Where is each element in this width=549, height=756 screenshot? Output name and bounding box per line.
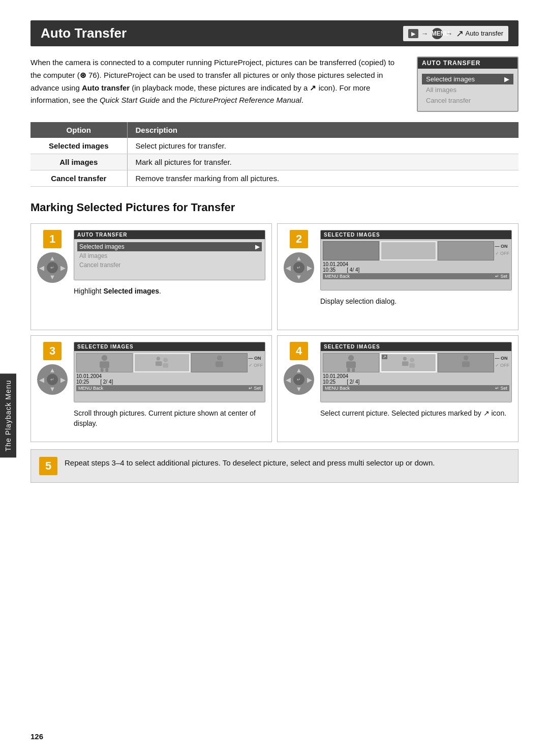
step-4-content: SELECTED IMAGES <box>320 342 512 419</box>
step-3-screen-title: SELECTED IMAGES <box>74 342 265 351</box>
step1-menu-cancel-transfer: Cancel transfer <box>77 260 262 270</box>
step-2-screen-title: SELECTED IMAGES <box>321 230 511 239</box>
step-3-caption: Scroll through pictures. Current picture… <box>74 409 265 428</box>
step-3-cell: 3 ▲ ▼ ◀ ▶ ↵ SELECTED IMAGES <box>30 335 272 442</box>
dpad-up: ▲ <box>49 254 56 262</box>
table-row: Cancel transfer Remove transfer marking … <box>30 170 518 187</box>
intro-section: When the camera is connected to a comput… <box>30 56 518 112</box>
step-1-screen: AUTO TRANSFER Selected images▶ All image… <box>74 230 265 280</box>
svg-rect-19 <box>462 361 470 367</box>
camera-menu-mockup: AUTO TRANSFER Selected images▶ All image… <box>417 56 518 112</box>
step-2-content: SELECTED IMAGES — ON ✓ OFF 10.01.2004 <box>320 230 512 307</box>
step-2-number: 2 <box>290 230 308 248</box>
menu-item-selected-images: Selected images▶ <box>422 74 513 84</box>
dpad-right: ▶ <box>60 376 66 384</box>
dpad-left: ◀ <box>286 264 291 272</box>
arrow1: → <box>421 30 429 38</box>
dpad-left: ◀ <box>286 376 291 384</box>
step-2-cell: 2 ▲ ▼ ◀ ▶ ↵ SELECTED IMAGES <box>277 223 518 330</box>
section-header: Auto Transfer ▶ → MENU → ↗ Auto transfer <box>30 20 518 46</box>
svg-point-10 <box>348 355 354 361</box>
play-icon: ▶ <box>408 29 418 38</box>
step-3-screen-body: — ON ✓ OFF 10.01.2004 10:25 [ 2/ 4] MENU… <box>74 351 265 402</box>
menu-title: AUTO TRANSFER <box>418 57 517 69</box>
step-2-screen-body: — ON ✓ OFF 10.01.2004 10:35 [ 4/ 4] MENU… <box>321 239 511 290</box>
step-1-content: AUTO TRANSFER Selected images▶ All image… <box>74 230 265 297</box>
menu-body: Selected images▶ All images Cancel trans… <box>418 69 517 111</box>
step-2-left: 2 ▲ ▼ ◀ ▶ ↵ <box>284 230 314 283</box>
svg-rect-17 <box>409 363 415 368</box>
intro-text: When the camera is connected to a comput… <box>30 56 402 112</box>
step-5-text: Repeat steps 3–4 to select additional pi… <box>65 457 435 469</box>
step-1-number: 1 <box>43 230 62 248</box>
sidebar-tab: The Playback Menu <box>0 374 16 458</box>
dpad-right: ▶ <box>307 376 312 384</box>
menu-item-all-images: All images <box>422 84 513 95</box>
svg-rect-13 <box>352 368 355 372</box>
arrow2: → <box>446 30 453 38</box>
breadcrumb: ▶ → MENU → ↗ Auto transfer <box>403 26 508 41</box>
svg-rect-11 <box>346 361 356 368</box>
dpad-3: ▲ ▼ ◀ ▶ ↵ <box>37 364 68 395</box>
step-4-screen: SELECTED IMAGES <box>320 342 512 402</box>
svg-point-14 <box>403 357 407 360</box>
dpad-center: ↵ <box>293 374 304 385</box>
steps-grid: 1 ▲ ▼ ◀ ▶ ↵ AUTO TRANSFER Sel <box>30 223 518 442</box>
transfer-icon: ↗ <box>456 28 464 39</box>
svg-rect-1 <box>100 361 109 368</box>
dpad-center: ↵ <box>293 262 304 273</box>
table-row: All images Mark all pictures for transfe… <box>30 154 518 170</box>
svg-point-0 <box>102 355 107 361</box>
step-4-left: 4 ▲ ▼ ◀ ▶ ↵ <box>284 342 314 395</box>
dpad-center: ↵ <box>47 262 58 273</box>
dpad-down: ▼ <box>296 385 302 393</box>
svg-point-8 <box>217 356 222 360</box>
dpad-center: ↵ <box>47 374 58 385</box>
page-title: Auto Transfer <box>41 25 127 41</box>
step-4-cell: 4 ▲ ▼ ◀ ▶ ↵ SELECTED IMAGES <box>277 335 518 442</box>
dpad-1: ▲ ▼ ◀ ▶ ↵ <box>37 252 68 283</box>
table-row: Selected images Select pictures for tran… <box>30 138 518 154</box>
option-cancel-transfer: Cancel transfer <box>30 170 127 187</box>
table-header-description: Description <box>127 122 518 138</box>
page: The Playback Menu Auto Transfer ▶ → MENU… <box>0 0 549 756</box>
option-selected-images: Selected images <box>30 138 127 154</box>
dpad-down: ▼ <box>49 273 56 281</box>
step-5-number: 5 <box>39 457 57 475</box>
step-3-number: 3 <box>43 342 62 360</box>
desc-selected-images: Select pictures for transfer. <box>127 138 518 154</box>
step-2-screen: SELECTED IMAGES — ON ✓ OFF 10.01.2004 <box>320 230 512 290</box>
step-1-cell: 1 ▲ ▼ ◀ ▶ ↵ AUTO TRANSFER Sel <box>30 223 272 330</box>
dpad-4: ▲ ▼ ◀ ▶ ↵ <box>284 364 314 395</box>
step-1-left: 1 ▲ ▼ ◀ ▶ ↵ <box>37 230 68 283</box>
menu-item-cancel-transfer: Cancel transfer <box>422 95 513 106</box>
desc-all-images: Mark all pictures for transfer. <box>127 154 518 170</box>
step-2-caption: Display selection dialog. <box>320 297 512 307</box>
svg-rect-3 <box>105 368 108 372</box>
svg-point-18 <box>464 356 468 360</box>
dpad-2: ▲ ▼ ◀ ▶ ↵ <box>284 252 314 283</box>
svg-point-4 <box>157 357 160 360</box>
subsection-title: Marking Selected Pictures for Transfer <box>30 201 518 214</box>
step-3-content: SELECTED IMAGES <box>74 342 265 428</box>
svg-rect-7 <box>163 363 168 368</box>
breadcrumb-autotransfer: ↗ Auto transfer <box>456 28 503 39</box>
dpad-down: ▼ <box>296 273 302 281</box>
step-1-caption: Highlight Selected images. <box>74 286 265 297</box>
menu-icon: MENU <box>432 28 443 39</box>
dpad-up: ▲ <box>296 254 302 262</box>
step-3-screen: SELECTED IMAGES <box>74 342 265 402</box>
dpad-left: ◀ <box>39 376 44 384</box>
svg-rect-15 <box>402 361 409 366</box>
step-1-screen-title: AUTO TRANSFER <box>74 230 265 239</box>
svg-rect-5 <box>156 361 162 366</box>
dpad-right: ▶ <box>307 264 312 272</box>
step-4-screen-title: SELECTED IMAGES <box>321 342 511 351</box>
svg-rect-9 <box>216 361 223 367</box>
step-1-screen-body: Selected images▶ All images Cancel trans… <box>74 239 265 280</box>
sidebar-label: The Playback Menu <box>4 380 12 452</box>
table-header-option: Option <box>30 122 127 138</box>
desc-cancel-transfer: Remove transfer marking from all picture… <box>127 170 518 187</box>
step-4-number: 4 <box>290 342 308 360</box>
page-number: 126 <box>30 732 43 741</box>
